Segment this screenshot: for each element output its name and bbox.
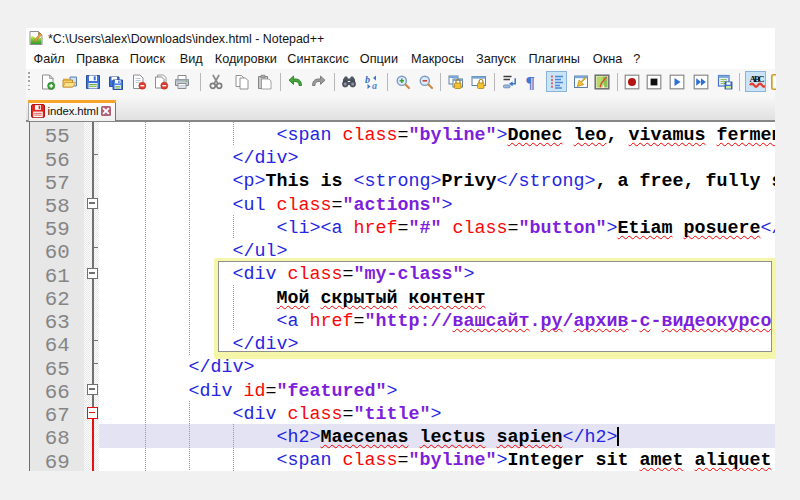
svg-text:ABC: ABC (749, 74, 764, 84)
svg-text:b: b (365, 74, 370, 85)
svg-text:a: a (372, 79, 377, 90)
svg-text:¶: ¶ (526, 74, 535, 90)
